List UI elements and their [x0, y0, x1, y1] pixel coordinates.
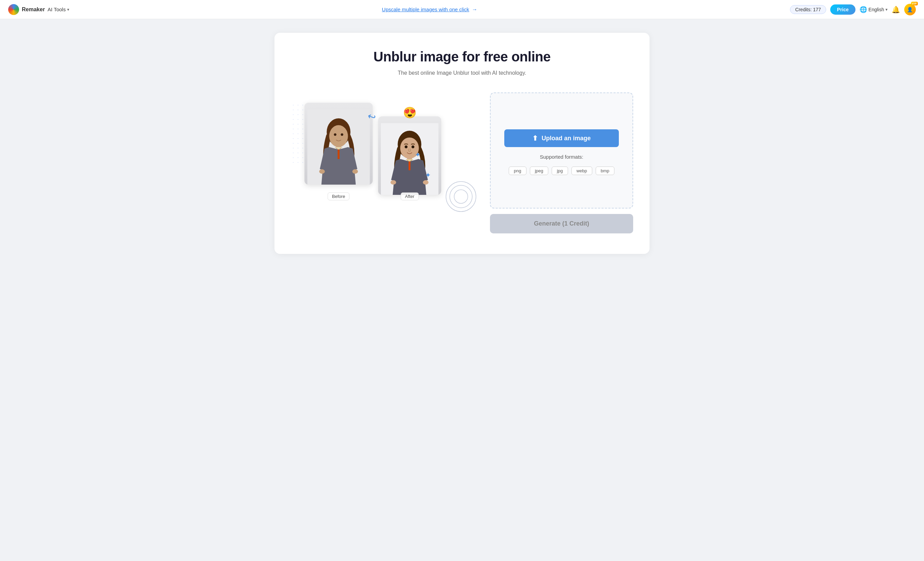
lang-chevron-icon: ▾: [885, 7, 888, 12]
after-image-box: [378, 116, 441, 195]
svg-point-4: [334, 134, 336, 136]
format-tags: png jpeg jpg webp bmp: [509, 167, 614, 175]
content-area: Before 😍 ↪: [291, 92, 633, 233]
svg-point-16: [390, 180, 396, 185]
language-selector[interactable]: 🌐 English ▾: [860, 6, 888, 13]
upload-section: ⬆ Upload an image Supported formats: png…: [490, 92, 633, 233]
upscale-link[interactable]: Upscale multiple images with one click: [382, 6, 469, 12]
avatar-image: 👤: [904, 4, 916, 15]
upload-button-label: Upload an image: [542, 135, 591, 142]
page-title: Unblur image for free online: [291, 49, 633, 65]
before-image-container: Before: [304, 103, 373, 195]
svg-rect-15: [408, 161, 410, 170]
before-label: Before: [328, 193, 350, 200]
upload-button[interactable]: ⬆ Upload an image: [504, 129, 619, 147]
emoji-decoration: 😍: [403, 106, 417, 119]
before-person-svg: [304, 110, 373, 185]
after-label: After: [400, 193, 419, 200]
svg-rect-6: [338, 149, 340, 159]
svg-point-5: [340, 134, 343, 136]
page-subtitle: The best online Image Unblur tool with A…: [291, 70, 633, 76]
notification-icon[interactable]: 🔔: [892, 6, 900, 14]
after-person-image: [378, 116, 441, 195]
header-right: Credits: 177 Price 🌐 English ▾ 🔔 👤 VIP: [790, 4, 916, 15]
header-left: Remaker AI Tools ▾: [8, 4, 69, 15]
format-webp: webp: [572, 167, 592, 175]
svg-point-8: [352, 169, 358, 174]
demo-section: Before 😍 ↪: [291, 92, 476, 229]
chevron-down-icon: ▾: [67, 7, 69, 12]
svg-point-7: [319, 169, 325, 174]
format-jpeg: jpeg: [530, 167, 549, 175]
credits-badge: Credits: 177: [790, 5, 826, 14]
app-header: Remaker AI Tools ▾ Upscale multiple imag…: [0, 0, 924, 19]
format-jpg: jpg: [552, 167, 568, 175]
before-image-box: [304, 103, 373, 185]
svg-point-3: [329, 125, 348, 147]
globe-icon: 🌐: [860, 6, 867, 13]
header-center: Upscale multiple images with one click →: [382, 6, 477, 13]
generate-button[interactable]: Generate (1 Credit): [490, 214, 633, 233]
svg-point-17: [423, 180, 428, 185]
ai-tools-menu[interactable]: AI Tools ▾: [48, 6, 69, 12]
format-png: png: [509, 167, 526, 175]
before-after-images: Before 😍 ↪: [304, 103, 476, 195]
format-bmp: bmp: [596, 167, 614, 175]
ai-tools-label: AI Tools: [48, 6, 66, 12]
before-person-image: [304, 103, 373, 185]
main-content: Unblur image for free online The best on…: [0, 19, 924, 268]
price-button[interactable]: Price: [830, 5, 855, 15]
after-image-container: 😍 ↪: [378, 110, 441, 195]
brand-name: Remaker: [22, 6, 45, 13]
upload-dropzone[interactable]: ⬆ Upload an image Supported formats: png…: [490, 92, 633, 209]
vip-badge: VIP: [911, 2, 918, 6]
upload-icon: ⬆: [532, 134, 538, 142]
language-label: English: [868, 7, 884, 12]
svg-point-14: [411, 145, 414, 148]
remaker-logo: [8, 4, 19, 15]
after-person-svg: [378, 123, 441, 195]
formats-label: Supported formats:: [540, 154, 584, 160]
svg-point-13: [405, 145, 408, 148]
main-card: Unblur image for free online The best on…: [274, 33, 650, 254]
sparkle-icon-1: ✦: [415, 150, 421, 159]
arrow-right-icon: →: [472, 6, 477, 13]
user-avatar[interactable]: 👤 VIP: [904, 4, 916, 15]
sparkle-icon-2: ✦: [425, 171, 431, 179]
